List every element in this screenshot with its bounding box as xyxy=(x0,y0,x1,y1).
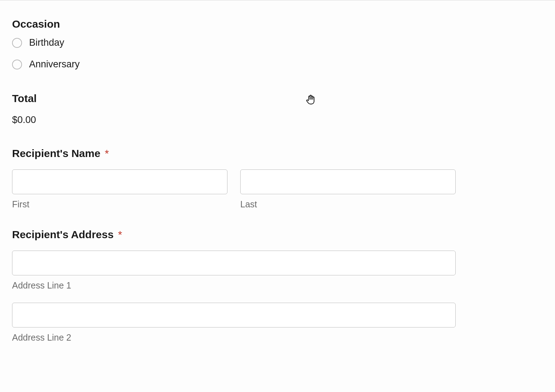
occasion-radio-birthday-label: Birthday xyxy=(29,37,64,48)
last-name-input[interactable] xyxy=(240,169,456,194)
address-line-2-input[interactable] xyxy=(12,303,456,327)
recipient-name-heading-text: Recipient's Name xyxy=(12,147,100,159)
total-heading: Total xyxy=(12,93,456,105)
first-name-input[interactable] xyxy=(12,169,227,194)
occasion-radio-anniversary-label: Anniversary xyxy=(29,59,80,70)
address-line-1-input[interactable] xyxy=(12,251,456,275)
recipient-name-heading: Recipient's Name * xyxy=(12,147,456,159)
required-asterisk: * xyxy=(105,147,109,159)
required-asterisk: * xyxy=(118,229,122,240)
radio-circle-icon xyxy=(12,60,22,69)
form-container: Occasion Birthday Anniversary Total $0.0… xyxy=(12,18,456,343)
first-name-field-wrapper: First xyxy=(12,169,227,209)
occasion-radio-birthday[interactable]: Birthday xyxy=(12,37,456,48)
last-name-field-wrapper: Last xyxy=(240,169,456,209)
recipient-address-heading: Recipient's Address * xyxy=(12,229,456,241)
radio-circle-icon xyxy=(12,38,22,48)
last-name-sublabel: Last xyxy=(240,199,456,209)
address-line-1-sublabel: Address Line 1 xyxy=(12,280,456,291)
first-name-sublabel: First xyxy=(12,199,227,209)
occasion-radio-anniversary[interactable]: Anniversary xyxy=(12,59,456,70)
recipient-address-heading-text: Recipient's Address xyxy=(12,229,114,240)
address-fields-column: Address Line 1 Address Line 2 xyxy=(12,251,456,343)
occasion-radio-group: Birthday Anniversary xyxy=(12,37,456,70)
name-fields-row: First Last xyxy=(12,169,456,209)
address-line-2-wrapper: Address Line 2 xyxy=(12,303,456,343)
address-line-2-sublabel: Address Line 2 xyxy=(12,332,456,343)
occasion-heading: Occasion xyxy=(12,18,456,30)
address-line-1-wrapper: Address Line 1 xyxy=(12,251,456,291)
total-value: $0.00 xyxy=(12,114,456,125)
